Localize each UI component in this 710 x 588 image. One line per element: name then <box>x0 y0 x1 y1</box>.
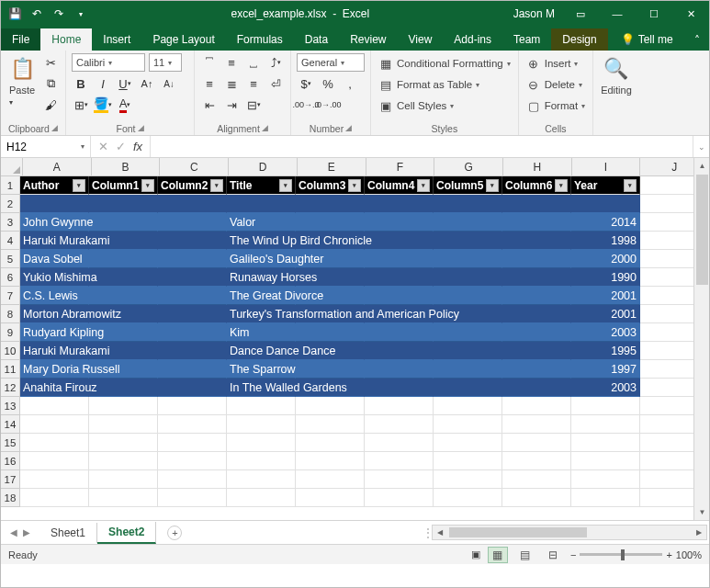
cell[interactable] <box>20 489 89 507</box>
cell[interactable] <box>89 397 158 415</box>
cell[interactable]: Author▾ <box>20 176 89 195</box>
filter-icon[interactable]: ▾ <box>417 179 430 192</box>
row-header[interactable]: 1 <box>1 176 20 195</box>
column-header[interactable]: F <box>366 158 435 176</box>
cell[interactable] <box>502 415 571 434</box>
cell[interactable]: 2014 <box>571 213 640 232</box>
cell[interactable] <box>89 287 158 305</box>
normal-view-icon[interactable]: ▦ <box>488 547 508 563</box>
cell[interactable] <box>502 213 571 232</box>
cell[interactable]: 2000 <box>571 250 640 268</box>
select-all-corner[interactable] <box>1 158 23 176</box>
cell[interactable] <box>365 379 434 397</box>
scroll-thumb[interactable] <box>696 175 708 285</box>
cell[interactable] <box>365 268 434 287</box>
cell[interactable]: 2003 <box>571 379 640 397</box>
cell[interactable] <box>434 232 502 250</box>
zoom-in-icon[interactable]: + <box>666 549 671 560</box>
cell[interactable] <box>89 415 158 434</box>
cell[interactable] <box>158 323 227 342</box>
fill-color-icon[interactable]: 🪣▾ <box>94 96 112 114</box>
cell[interactable] <box>296 397 365 415</box>
cell[interactable] <box>20 452 89 470</box>
column-header[interactable]: H <box>503 158 572 176</box>
cell[interactable]: Column3▾ <box>296 176 365 195</box>
cell[interactable]: Column5▾ <box>434 176 502 195</box>
scroll-right-icon[interactable]: ▶ <box>692 526 706 539</box>
clipboard-launcher-icon[interactable]: ◢ <box>51 123 58 134</box>
filter-icon[interactable]: ▾ <box>141 179 154 192</box>
tab-insert[interactable]: Insert <box>92 28 141 51</box>
cell[interactable]: Column2▾ <box>158 176 227 195</box>
cell[interactable] <box>365 232 434 250</box>
cell[interactable] <box>571 470 640 489</box>
cell[interactable] <box>571 397 640 415</box>
row-header[interactable]: 6 <box>1 268 20 287</box>
format-as-table-button[interactable]: ▤Format as Table▾ <box>377 74 481 95</box>
cell[interactable] <box>502 397 571 415</box>
zoom-out-icon[interactable]: − <box>570 549 576 560</box>
tab-home[interactable]: Home <box>40 28 92 51</box>
cell[interactable]: Dance Dance Dance <box>227 342 296 360</box>
qat-customize-icon[interactable]: ▾ <box>73 6 89 22</box>
cell[interactable]: Dava Sobel <box>20 250 89 268</box>
cell[interactable]: The Sparrow <box>227 360 296 379</box>
tab-addins[interactable]: Add-ins <box>443 28 502 51</box>
cell[interactable]: Haruki Murakami <box>20 232 89 250</box>
grow-font-icon[interactable]: A↑ <box>138 74 156 93</box>
undo-icon[interactable]: ↶ <box>28 6 45 22</box>
cell-styles-button[interactable]: ▣Cell Styles▾ <box>377 96 456 116</box>
cell[interactable] <box>434 250 502 268</box>
cell[interactable] <box>158 232 227 250</box>
delete-cells-button[interactable]: ⊖Delete▾ <box>524 74 584 95</box>
close-icon[interactable]: ✕ <box>672 1 709 27</box>
cell[interactable] <box>502 434 571 452</box>
wrap-text-icon[interactable]: ⏎ <box>266 74 285 93</box>
cell[interactable]: Yukio Mishima <box>20 268 89 287</box>
user-name[interactable]: Jason M <box>506 7 562 20</box>
macro-record-icon[interactable]: ▣ <box>471 548 480 560</box>
cell[interactable] <box>434 360 502 379</box>
row-header[interactable]: 13 <box>1 397 20 415</box>
shrink-font-icon[interactable]: A↓ <box>160 74 178 93</box>
scroll-left-icon[interactable]: ◀ <box>433 526 447 539</box>
cell[interactable] <box>89 452 158 470</box>
tab-data[interactable]: Data <box>294 28 339 51</box>
cell[interactable] <box>158 379 227 397</box>
cell[interactable]: 1995 <box>571 342 640 360</box>
row-header[interactable]: 8 <box>1 305 20 323</box>
cell[interactable]: 2001 <box>571 287 640 305</box>
cell[interactable] <box>365 323 434 342</box>
row-header[interactable]: 15 <box>1 434 20 452</box>
cell[interactable] <box>20 397 89 415</box>
column-header[interactable]: B <box>92 158 161 176</box>
cut-icon[interactable]: ✂ <box>41 53 60 72</box>
cell[interactable] <box>502 268 571 287</box>
cell[interactable] <box>502 379 571 397</box>
collapse-ribbon-icon[interactable]: ˄ <box>685 30 709 51</box>
cell[interactable] <box>158 250 227 268</box>
tell-me[interactable]: 💡Tell me <box>610 28 684 51</box>
conditional-formatting-button[interactable]: ▦Conditional Formatting▾ <box>377 53 513 74</box>
cell[interactable]: Turkey's Transformation and American Pol… <box>227 305 296 323</box>
cell[interactable] <box>158 305 227 323</box>
cell[interactable] <box>158 342 227 360</box>
column-header[interactable]: G <box>434 158 503 176</box>
cell[interactable] <box>365 470 434 489</box>
cell[interactable] <box>571 489 640 507</box>
page-break-view-icon[interactable]: ⊟ <box>543 547 563 563</box>
cell[interactable]: 2001 <box>571 305 640 323</box>
cell[interactable] <box>227 415 296 434</box>
cell[interactable] <box>158 434 227 452</box>
borders-icon[interactable]: ⊞▾ <box>72 96 90 114</box>
enter-formula-icon[interactable]: ✓ <box>116 140 126 153</box>
cell[interactable] <box>434 287 502 305</box>
cell[interactable]: 1990 <box>571 268 640 287</box>
font-name-select[interactable]: Calibri▾ <box>72 53 145 72</box>
cell[interactable]: In The Walled Gardens <box>227 379 296 397</box>
merge-center-icon[interactable]: ⊟▾ <box>244 96 263 114</box>
font-size-select[interactable]: 11▾ <box>149 53 182 72</box>
cell[interactable]: Galileo's Daughter <box>227 250 296 268</box>
cell[interactable] <box>434 452 502 470</box>
cell[interactable] <box>158 287 227 305</box>
